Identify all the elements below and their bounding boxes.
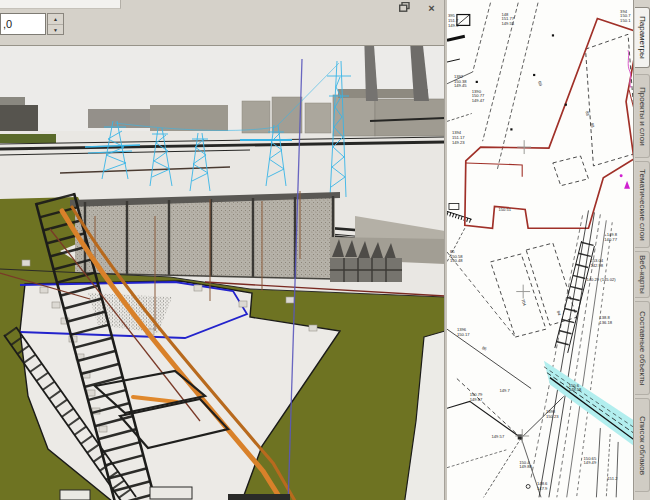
map-label: 149.67	[470, 397, 483, 402]
map-label: 149.58	[569, 387, 582, 392]
map-label: 151.2	[607, 476, 618, 481]
map-label: 150.51	[498, 207, 511, 212]
close-icon: ×	[428, 2, 434, 14]
map-label: 140.29 (145.02)	[586, 277, 616, 282]
map-label: 150.17	[457, 332, 470, 337]
side-tab-4[interactable]: Составные объекты	[635, 301, 650, 395]
map-label: 147.9	[537, 486, 548, 491]
map-canvas[interactable]: 395151.7149.5148151.77149.551392150.3814…	[447, 0, 633, 500]
map-label: 149.55	[501, 21, 514, 26]
scale-spinner: ▲ ▼	[0, 13, 68, 37]
map-pane: 395151.7149.5148151.77149.551392150.3814…	[447, 0, 633, 500]
map-label: 150.1	[620, 18, 631, 23]
spinner-input[interactable]	[0, 13, 46, 35]
map-label: 150.23	[546, 414, 559, 419]
menu-strip	[0, 0, 121, 9]
map-label: 149.45	[454, 83, 467, 88]
map-label: 150.48	[450, 258, 463, 263]
side-tab-0[interactable]: Параметры	[635, 7, 650, 68]
map-label: 149.49	[584, 460, 597, 465]
side-tab-2[interactable]: Тематические слои	[635, 161, 650, 248]
map-label: 140.77	[604, 237, 617, 242]
side-tab-3[interactable]: Веб-карты	[635, 251, 650, 298]
map-label: 149.5	[448, 23, 459, 28]
restore-window-button[interactable]	[399, 2, 414, 15]
map-label: 149.88	[519, 464, 532, 469]
map-label: 142.98	[590, 263, 603, 268]
side-tab-strip: ПараметрыПроекты и слоиТематические слои…	[633, 0, 650, 500]
spinner-down-icon[interactable]: ▼	[48, 25, 63, 35]
map-label: 149.57	[492, 434, 505, 439]
side-tab-5[interactable]: Список облаков	[635, 398, 650, 492]
viewport-3d-pane: ▲ ▼ ×	[0, 0, 445, 500]
map-label: 136.18	[599, 320, 612, 325]
side-tab-1[interactable]: Проекты и слои	[635, 74, 650, 158]
restore-icon	[399, 2, 410, 12]
map-label: 149.7	[499, 388, 510, 393]
spinner-buttons: ▲ ▼	[47, 13, 64, 35]
view3d-canvas[interactable]	[0, 45, 445, 500]
close-window-button[interactable]: ×	[424, 2, 439, 15]
map-label: 149.47	[472, 98, 485, 103]
map-label: 149.23	[452, 140, 465, 145]
pane3d-toolbar: ▲ ▼ ×	[0, 0, 445, 46]
spinner-up-icon[interactable]: ▲	[48, 14, 63, 25]
